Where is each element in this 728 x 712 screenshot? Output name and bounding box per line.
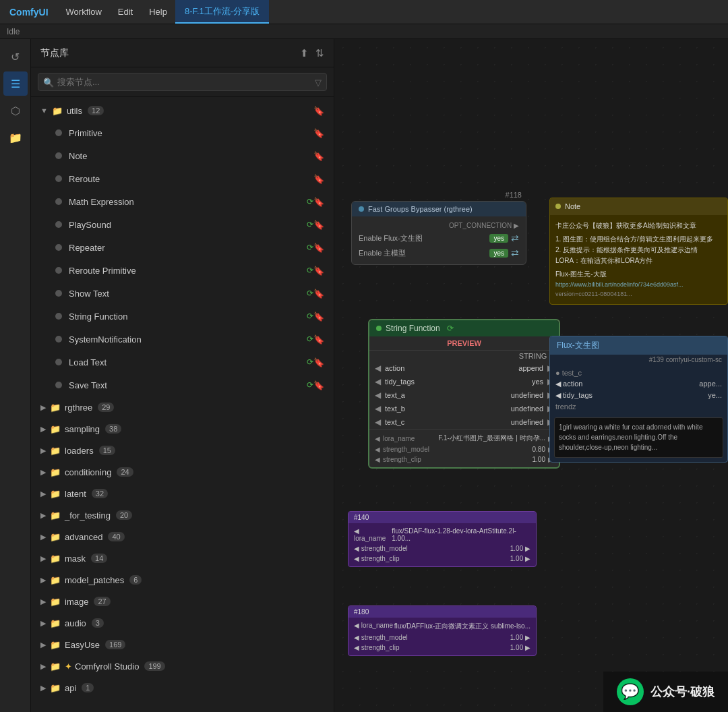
folder-model-patches-icon: 📁 bbox=[50, 575, 61, 585]
lora-node-top[interactable]: #140 ◀ lora_name flux/SDAF-flux-1.28-dev… bbox=[348, 511, 537, 567]
node-item-primitive[interactable]: Primitive 🔖 bbox=[31, 121, 334, 144]
node-name-primitive: Primitive bbox=[69, 128, 313, 138]
search-input[interactable] bbox=[38, 73, 327, 91]
node-item-reroute-primitive[interactable]: Reroute Primitive ⟳ 🔖 bbox=[31, 259, 334, 282]
field-name-textc: text_c bbox=[385, 418, 511, 426]
chevron-right-icon-rgthree: ▶ bbox=[40, 403, 46, 412]
icon-rail: ↺ ☰ ⬡ 📁 bbox=[0, 39, 31, 712]
node-list: ▼ 📁 utils 12 🔖 Primitive 🔖 Note 🔖 Rerout… bbox=[31, 97, 334, 712]
lora-bottom-s2: ◀ strength_clip bbox=[354, 644, 399, 651]
bookmark-show-text-icon[interactable]: 🔖 bbox=[313, 289, 324, 299]
folder-conditioning-icon: 📁 bbox=[50, 467, 61, 477]
node-item-string-function[interactable]: String Function ⟳ 🔖 bbox=[31, 305, 334, 328]
category-comfyroll[interactable]: ▶ 📁 ✦ Comfyroll Studio 199 bbox=[31, 655, 334, 677]
node-dot-note bbox=[55, 152, 62, 159]
category-for-testing[interactable]: ▶ 📁 _for_testing 20 bbox=[31, 504, 334, 526]
string-func-field-textc[interactable]: ◀ text_c undefined ▶ bbox=[369, 415, 559, 429]
fast-groups-toggle1[interactable]: yes bbox=[489, 234, 508, 243]
string-func-field-textb[interactable]: ◀ text_b undefined ▶ bbox=[369, 402, 559, 415]
bookmark-save-text-icon[interactable]: 🔖 bbox=[313, 380, 324, 390]
folder-comfyroll-icon: 📁 bbox=[50, 661, 61, 672]
canvas-area[interactable]: #118 Fast Groups Bypasser (rgthree) OPT_… bbox=[334, 39, 728, 712]
custom-icon-repeater: ⟳ bbox=[307, 243, 313, 252]
node-dot-reroute bbox=[55, 175, 62, 182]
category-easyuse-label: EasyUse bbox=[65, 640, 100, 650]
node-item-show-text[interactable]: Show Text ⟳ 🔖 bbox=[31, 282, 334, 305]
rail-nodes-icon[interactable]: ☰ bbox=[3, 71, 28, 96]
fast-groups-node[interactable]: #118 Fast Groups Bypasser (rgthree) OPT_… bbox=[351, 201, 526, 265]
search-bar: 🔍 ▽ bbox=[31, 67, 334, 97]
upload-icon[interactable]: ⬆ bbox=[300, 47, 309, 59]
node-name-note: Note bbox=[69, 151, 313, 161]
node-item-note[interactable]: Note 🔖 bbox=[31, 144, 334, 167]
category-sampling[interactable]: ▶ 📁 sampling 38 bbox=[31, 418, 334, 440]
menu-edit[interactable]: Edit bbox=[110, 0, 141, 24]
menu-workflow[interactable]: Workflow bbox=[58, 0, 110, 24]
node-dot-primitive bbox=[55, 129, 62, 136]
bookmark-utils-icon[interactable]: 🔖 bbox=[313, 106, 324, 116]
string-func-field-texta[interactable]: ◀ text_a undefined ▶ bbox=[369, 388, 559, 402]
node-item-math[interactable]: Math Expression ⟳ 🔖 bbox=[31, 190, 334, 213]
bookmark-math-icon[interactable]: 🔖 bbox=[313, 197, 324, 207]
flux-node[interactable]: Flux-文生图 #139 comfyui-custom-sc ● test_c… bbox=[549, 336, 728, 463]
note-line2: 1. 图生图：使用组合结合方/剪辑文生图利用起来更多 bbox=[555, 234, 722, 245]
node-name-reroute-primitive: Reroute Primitive bbox=[69, 266, 304, 276]
folder-api-icon: 📁 bbox=[50, 683, 61, 693]
filter-icon[interactable]: ▽ bbox=[315, 77, 322, 87]
string-function-node[interactable]: String Function ⟳ PREVIEW STRING ● ◀ act… bbox=[368, 319, 560, 469]
lora-node-bottom[interactable]: #180 ◀ lora_name flux/DAFFlux-正向微调文素正义 s… bbox=[348, 605, 537, 656]
field-name-texta: text_a bbox=[385, 391, 511, 399]
wechat-logo-icon: 💬 bbox=[617, 678, 644, 705]
strength-clip-value: 1.00 bbox=[424, 456, 545, 463]
category-mask[interactable]: ▶ 📁 mask 14 bbox=[31, 547, 334, 569]
string-func-field-action[interactable]: ◀ action append ▶ bbox=[369, 361, 559, 375]
strength-clip-label: strength_clip bbox=[383, 456, 421, 463]
category-conditioning[interactable]: ▶ 📁 conditioning 24 bbox=[31, 461, 334, 483]
category-model-patches-count: 6 bbox=[129, 575, 142, 585]
rail-3d-icon[interactable]: ⬡ bbox=[3, 98, 28, 123]
node-item-load-text[interactable]: Load Text ⟳ 🔖 bbox=[31, 351, 334, 374]
folder-latent-icon: 📁 bbox=[50, 489, 61, 499]
bookmark-reroute-primitive-icon[interactable]: 🔖 bbox=[313, 266, 324, 276]
chevron-right-icon-testing: ▶ bbox=[40, 511, 46, 520]
bookmark-reroute-icon[interactable]: 🔖 bbox=[313, 174, 324, 184]
lora-bottom-sv1: 1.00 ▶ bbox=[510, 634, 530, 641]
bookmark-primitive-icon[interactable]: 🔖 bbox=[313, 128, 324, 138]
category-loaders[interactable]: ▶ 📁 loaders 15 bbox=[31, 440, 334, 461]
category-latent[interactable]: ▶ 📁 latent 32 bbox=[31, 483, 334, 504]
fast-groups-toggle2[interactable]: yes bbox=[489, 249, 508, 258]
fast-groups-connection-label: OPT_CONNECTION ▶ bbox=[359, 220, 519, 231]
category-rgthree[interactable]: ▶ 📁 rgthree 29 bbox=[31, 396, 334, 418]
node-dot-math bbox=[55, 198, 62, 205]
bookmark-repeater-icon[interactable]: 🔖 bbox=[313, 243, 324, 253]
category-image[interactable]: ▶ 📁 image 27 bbox=[31, 591, 334, 612]
lora-node-top-header: #140 bbox=[348, 512, 536, 523]
category-audio[interactable]: ▶ 📁 audio 3 bbox=[31, 612, 334, 634]
rail-history-icon[interactable]: ↺ bbox=[3, 44, 28, 69]
active-tab[interactable]: 8-F.1工作流-分享版 bbox=[175, 0, 269, 24]
lora-bottom-sv2: 1.00 ▶ bbox=[510, 644, 530, 651]
node-item-playsound[interactable]: PlaySound ⟳ 🔖 bbox=[31, 213, 334, 236]
bookmark-string-function-icon[interactable]: 🔖 bbox=[313, 312, 324, 322]
bookmark-note-icon[interactable]: 🔖 bbox=[313, 151, 324, 161]
category-easyuse[interactable]: ▶ 📁 EasyUse 169 bbox=[31, 634, 334, 655]
node-item-systemnotif[interactable]: SystemNotification ⟳ 🔖 bbox=[31, 328, 334, 351]
fast-groups-field1-label: Enable Flux-文生图 bbox=[359, 233, 423, 243]
node-item-reroute[interactable]: Reroute 🔖 bbox=[31, 167, 334, 190]
left-connector-strength-model: ◀ bbox=[375, 446, 380, 453]
sort-icon[interactable]: ⇅ bbox=[315, 47, 324, 59]
category-api[interactable]: ▶ 📁 api 1 bbox=[31, 677, 334, 699]
bookmark-systemnotif-icon[interactable]: 🔖 bbox=[313, 334, 324, 345]
node-item-repeater[interactable]: Repeater ⟳ 🔖 bbox=[31, 236, 334, 259]
category-model-patches[interactable]: ▶ 📁 model_patches 6 bbox=[31, 569, 334, 591]
rail-folder-icon[interactable]: 📁 bbox=[3, 125, 28, 150]
bookmark-playsound-icon[interactable]: 🔖 bbox=[313, 220, 324, 230]
category-api-label: api bbox=[65, 683, 76, 693]
node-item-save-text[interactable]: Save Text ⟳ 🔖 bbox=[31, 374, 334, 396]
category-advanced[interactable]: ▶ 📁 advanced 40 bbox=[31, 526, 334, 547]
lora-node-bottom-header: #180 bbox=[348, 606, 536, 618]
bookmark-load-text-icon[interactable]: 🔖 bbox=[313, 357, 324, 367]
menu-help[interactable]: Help bbox=[141, 0, 175, 24]
category-utils[interactable]: ▼ 📁 utils 12 🔖 bbox=[31, 100, 334, 121]
string-func-field-tidy[interactable]: ◀ tidy_tags yes ▶ bbox=[369, 375, 559, 388]
